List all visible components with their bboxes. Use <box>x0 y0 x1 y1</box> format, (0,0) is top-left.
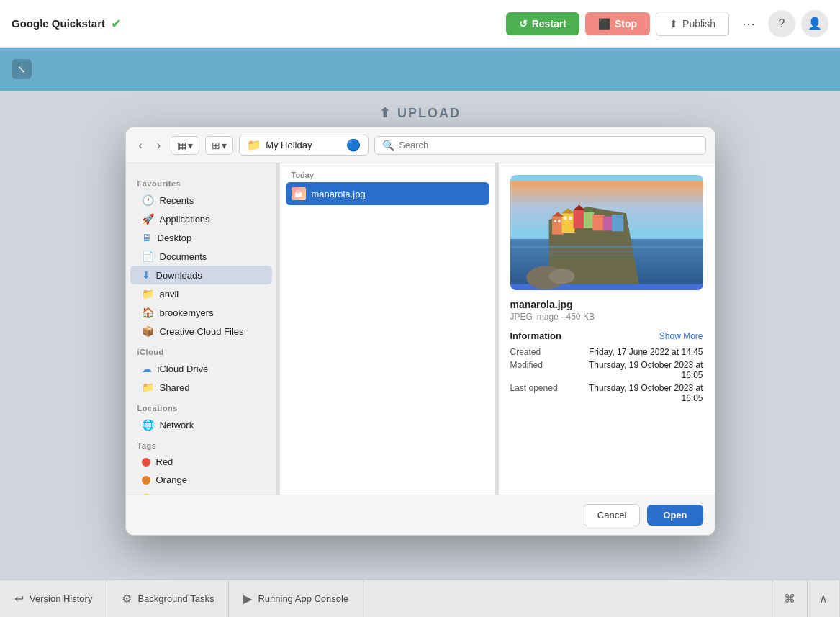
desktop-label: Desktop <box>158 233 192 243</box>
locations-label: Locations <box>126 397 276 415</box>
svg-rect-15 <box>558 220 561 222</box>
search-icon: 🔍 <box>382 140 394 151</box>
stop-button[interactable]: ⬛ Stop <box>585 12 650 35</box>
sidebar-item-creative-cloud[interactable]: 📦 Creative Cloud Files <box>130 322 272 341</box>
tags-label: Tags <box>126 434 276 453</box>
running-app-console-icon: ▶ <box>243 592 252 605</box>
search-box: 🔍 <box>374 136 705 155</box>
modified-label: Modified <box>510 360 543 380</box>
network-label: Network <box>160 420 194 431</box>
sidebar-item-shared[interactable]: 📁 Shared <box>130 378 272 397</box>
applications-label: Applications <box>160 214 210 225</box>
svg-rect-21 <box>510 251 703 252</box>
grid-view-button[interactable]: ⊞ ▾ <box>206 137 232 154</box>
red-tag-dot <box>142 458 150 467</box>
forward-button[interactable]: › <box>153 136 165 155</box>
folder-selector[interactable]: 📁 My Holiday 🔵 <box>239 135 369 156</box>
publish-button[interactable]: ⬆ Publish <box>656 12 729 36</box>
cancel-button[interactable]: Cancel <box>584 504 640 526</box>
sidebar-item-recents[interactable]: 🕐 Recents <box>130 191 272 210</box>
preview-pane: manarola.jpg JPEG image - 450 KB Informa… <box>499 163 715 495</box>
preview-image <box>510 175 703 290</box>
show-more-button[interactable]: Show More <box>659 331 703 341</box>
svg-rect-4 <box>561 213 574 233</box>
file-thumb-icon: 🏔 <box>292 187 306 200</box>
dialog-footer: Cancel Open <box>126 495 715 535</box>
column-view-icon: ▦ <box>177 140 186 151</box>
tab-running-app-console[interactable]: ▶ Running App Console <box>229 580 363 617</box>
open-button[interactable]: Open <box>647 505 703 526</box>
svg-rect-7 <box>592 215 604 230</box>
svg-rect-20 <box>510 246 703 248</box>
sidebar-item-icloud-drive[interactable]: ☁ iCloud Drive <box>130 359 272 378</box>
documents-icon: 📄 <box>142 251 154 262</box>
sidebar-item-brookemyers[interactable]: 🏠 brookemyers <box>130 303 272 322</box>
sidebar-item-desktop[interactable]: 🖥 Desktop <box>130 228 272 247</box>
tab-background-tasks[interactable]: ⚙ Background Tasks <box>107 580 229 617</box>
column-view-chevron: ▾ <box>188 140 193 151</box>
file-list-pane: Today 🏔 manarola.jpg <box>280 163 496 495</box>
bottom-spacer <box>363 580 772 617</box>
info-title: Information <box>510 330 562 341</box>
more-options-button[interactable]: ⋯ <box>735 12 762 36</box>
sidebar-item-documents[interactable]: 📄 Documents <box>130 247 272 266</box>
shared-icon: 📁 <box>142 382 154 393</box>
file-item-name: manarola.jpg <box>312 189 366 199</box>
running-app-console-label: Running App Console <box>258 593 348 604</box>
applications-icon: 🚀 <box>142 213 154 225</box>
file-item-manarola[interactable]: 🏔 manarola.jpg <box>286 182 489 205</box>
help-button[interactable]: ? <box>768 10 795 37</box>
publish-icon: ⬆ <box>669 18 678 30</box>
sidebar-item-downloads[interactable]: ⬇ Downloads <box>130 266 272 284</box>
tab-version-history[interactable]: ↩ Version History <box>0 580 107 617</box>
upload-label: ⬆ UPLOAD <box>379 105 461 121</box>
user-button[interactable]: 👤 <box>801 10 828 37</box>
search-input[interactable] <box>399 140 697 150</box>
verified-icon: ✔ <box>111 16 122 32</box>
background-tasks-label: Background Tasks <box>137 593 214 604</box>
collapse-button[interactable]: ⤡ <box>12 59 32 79</box>
created-label: Created <box>510 347 541 357</box>
version-history-label: Version History <box>30 593 92 604</box>
orange-label: Orange <box>156 474 187 485</box>
topbar-actions: ↺ Restart ⬛ Stop ⬆ Publish ⋯ ? 👤 <box>506 10 828 37</box>
expand-button[interactable]: ∧ <box>808 580 840 617</box>
column-view-button[interactable]: ▦ ▾ <box>171 137 199 154</box>
sidebar-item-network[interactable]: 🌐 Network <box>130 415 272 434</box>
dialog-sidebar: Favourites 🕐 Recents 🚀 Applications 🖥 De… <box>126 163 277 495</box>
grid-view-toggle: ⊞ ▾ <box>205 136 233 155</box>
version-history-icon: ↩ <box>14 592 24 605</box>
back-button[interactable]: ‹ <box>135 136 147 155</box>
sidebar-item-yellow[interactable]: Yellow <box>130 489 272 495</box>
sidebar-item-red[interactable]: Red <box>130 453 272 471</box>
last-opened-label: Last opened <box>510 383 558 403</box>
created-value: Friday, 17 June 2022 at 14:45 <box>589 347 703 357</box>
svg-rect-17 <box>569 217 572 220</box>
sidebar-item-applications[interactable]: 🚀 Applications <box>130 210 272 228</box>
bottom-bar: ↩ Version History ⚙ Background Tasks ▶ R… <box>0 580 840 617</box>
stop-icon: ⬛ <box>598 18 610 30</box>
blue-bar: ⤡ <box>0 48 840 91</box>
brookemyers-label: brookemyers <box>160 307 214 318</box>
sidebar-item-orange[interactable]: Orange <box>130 471 272 489</box>
recents-label: Recents <box>160 195 194 206</box>
sidebar-item-anvil[interactable]: 📁 anvil <box>130 284 272 303</box>
creative-cloud-label: Creative Cloud Files <box>160 326 244 337</box>
info-row-last-opened: Last opened Thursday, 19 October 2023 at… <box>510 383 703 403</box>
restart-button[interactable]: ↺ Restart <box>506 12 579 35</box>
terminal-button[interactable]: ⌘ <box>772 580 808 617</box>
red-label: Red <box>156 456 173 467</box>
downloads-label: Downloads <box>156 270 202 281</box>
info-row-created: Created Friday, 17 June 2022 at 14:45 <box>510 347 703 357</box>
svg-rect-22 <box>510 255 703 256</box>
file-dialog: ‹ › ▦ ▾ ⊞ ▾ 📁 My Holiday 🔵 🔍 <box>125 127 715 536</box>
svg-rect-5 <box>573 210 584 228</box>
today-label: Today <box>280 163 495 182</box>
folder-chevron-icon: 🔵 <box>346 138 361 152</box>
icloud-label: iCloud <box>126 341 276 359</box>
favourites-label: Favourites <box>126 172 276 191</box>
app-title: Google Quickstart <box>12 17 105 30</box>
bottom-actions: ⌘ ∧ <box>772 580 840 617</box>
dialog-body: Favourites 🕐 Recents 🚀 Applications 🖥 De… <box>126 163 715 495</box>
anvil-icon: 📁 <box>142 288 154 300</box>
